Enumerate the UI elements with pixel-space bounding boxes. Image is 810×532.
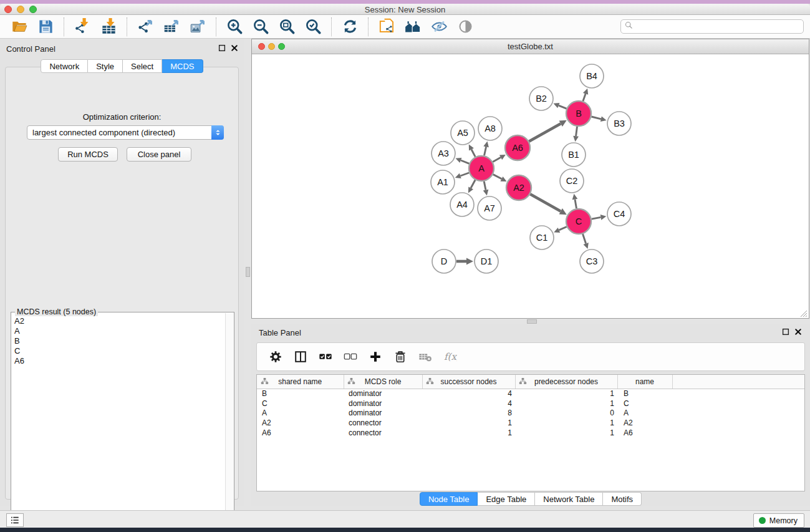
tab-motifs[interactable]: Motifs xyxy=(603,492,642,506)
node-A3[interactable]: A3 xyxy=(432,142,455,165)
close-panel-button[interactable]: Close panel xyxy=(127,147,191,162)
node-A4[interactable]: A4 xyxy=(450,193,474,216)
close-panel-icon[interactable] xyxy=(230,44,239,52)
tab-node-table[interactable]: Node Table xyxy=(420,492,478,506)
run-mcds-button[interactable]: Run MCDS xyxy=(58,147,118,162)
cell-shared-name[interactable]: B xyxy=(257,389,344,399)
cell-MCDS-role[interactable]: dominator xyxy=(344,389,422,399)
clone-network-icon[interactable] xyxy=(377,17,396,36)
cell-MCDS-role[interactable]: connector xyxy=(344,428,422,438)
select-all-checkboxes-icon[interactable] xyxy=(318,349,333,364)
node-B1[interactable]: B1 xyxy=(562,143,586,167)
node-A5[interactable]: A5 xyxy=(451,121,475,145)
node-D1[interactable]: D1 xyxy=(475,249,498,273)
cell-shared-name[interactable]: A xyxy=(257,408,344,418)
node-B2[interactable]: B2 xyxy=(529,87,553,110)
cell-name[interactable]: B xyxy=(617,389,672,399)
node-A[interactable]: A xyxy=(469,156,494,181)
memory-button[interactable]: Memory xyxy=(753,513,804,528)
folder-open-icon[interactable] xyxy=(10,17,29,36)
optimization-criterion-select[interactable]: largest connected component (directed) xyxy=(27,125,224,140)
zoom-fit-icon[interactable] xyxy=(277,17,296,36)
mcds-result-item[interactable]: A6 xyxy=(12,356,224,366)
column-header-MCDS-role[interactable]: MCDS role xyxy=(344,375,422,389)
network-canvas[interactable]: AA1A2A3A4A5A6A7A8BB1B2B3B4CC1C2C3C4DD1 xyxy=(253,55,808,317)
export-image-icon[interactable] xyxy=(188,17,207,36)
tab-network[interactable]: Network xyxy=(41,59,88,73)
cell-shared-name[interactable]: A6 xyxy=(257,428,344,438)
mcds-result-item[interactable]: B xyxy=(12,336,224,346)
zoom-in-icon[interactable] xyxy=(225,17,244,36)
mcds-result-item[interactable]: C xyxy=(12,346,224,356)
node-B[interactable]: B xyxy=(566,101,591,126)
cell-predecessor-nodes[interactable]: 1 xyxy=(515,389,617,399)
node-B4[interactable]: B4 xyxy=(580,64,604,88)
cell-shared-name[interactable]: A2 xyxy=(257,418,344,428)
cell-MCDS-role[interactable]: dominator xyxy=(344,408,422,418)
node-A8[interactable]: A8 xyxy=(478,117,502,140)
cell-name[interactable]: A6 xyxy=(617,428,672,438)
table-row-A6[interactable]: A6connector11A6 xyxy=(257,428,804,438)
split-columns-icon[interactable] xyxy=(293,349,308,364)
node-A2[interactable]: A2 xyxy=(506,175,531,200)
close-panel-icon[interactable] xyxy=(794,327,803,336)
cell-MCDS-role[interactable]: dominator xyxy=(344,399,422,409)
cell-shared-name[interactable]: C xyxy=(257,399,344,409)
export-network-icon[interactable] xyxy=(136,17,155,36)
float-panel-icon[interactable] xyxy=(218,44,226,52)
cell-predecessor-nodes[interactable]: 1 xyxy=(515,418,617,428)
import-table-icon[interactable] xyxy=(99,17,118,36)
node-A7[interactable]: A7 xyxy=(478,196,501,220)
cell-successor-nodes[interactable]: 4 xyxy=(422,389,515,399)
vertical-splitter-handle[interactable] xyxy=(246,267,250,277)
column-header-successor-nodes[interactable]: successor nodes xyxy=(422,375,515,389)
cell-successor-nodes[interactable]: 1 xyxy=(422,418,515,428)
float-panel-icon[interactable] xyxy=(781,327,790,336)
task-history-button[interactable] xyxy=(6,513,24,527)
cell-predecessor-nodes[interactable]: 0 xyxy=(515,408,617,418)
contrast-eye-icon[interactable] xyxy=(456,17,475,36)
cell-name[interactable]: A xyxy=(617,408,672,418)
cell-successor-nodes[interactable]: 4 xyxy=(422,399,515,409)
node-C1[interactable]: C1 xyxy=(530,226,554,249)
node-A6[interactable]: A6 xyxy=(505,135,530,160)
search-input[interactable] xyxy=(634,21,803,32)
result-scrollbar[interactable] xyxy=(225,313,233,523)
node-C2[interactable]: C2 xyxy=(560,169,584,193)
export-table-icon[interactable] xyxy=(162,17,181,36)
column-header-name[interactable]: name xyxy=(617,375,672,389)
delete-column-icon[interactable] xyxy=(393,349,408,364)
tab-edge-table[interactable]: Edge Table xyxy=(478,492,535,506)
tab-network-table[interactable]: Network Table xyxy=(535,492,603,506)
cell-name[interactable]: C xyxy=(617,399,672,409)
import-network-icon[interactable] xyxy=(73,17,92,36)
window-resize-grip[interactable] xyxy=(799,309,808,317)
cell-successor-nodes[interactable]: 8 xyxy=(422,408,515,418)
mcds-result-item[interactable]: A2 xyxy=(12,316,224,326)
node-C3[interactable]: C3 xyxy=(580,249,604,273)
add-column-icon[interactable] xyxy=(368,349,383,364)
zoom-out-icon[interactable] xyxy=(251,17,270,36)
table-row-B[interactable]: Bdominator41B xyxy=(257,389,804,399)
mcds-result-item[interactable]: A xyxy=(12,326,224,336)
table-row-C[interactable]: Cdominator41C xyxy=(257,399,804,409)
tab-style[interactable]: Style xyxy=(88,59,123,73)
home-neighbors-icon[interactable] xyxy=(403,17,422,36)
cell-successor-nodes[interactable]: 1 xyxy=(422,428,515,438)
node-A1[interactable]: A1 xyxy=(431,170,455,194)
deselect-all-checkboxes-icon[interactable] xyxy=(343,349,358,364)
node-B3[interactable]: B3 xyxy=(607,112,631,135)
horizontal-splitter-handle[interactable] xyxy=(527,319,537,324)
column-header-shared-name[interactable]: shared name xyxy=(257,375,344,389)
table-row-A[interactable]: Adominator80A xyxy=(257,408,804,418)
cell-predecessor-nodes[interactable]: 1 xyxy=(515,428,617,438)
search-field[interactable] xyxy=(620,19,804,34)
refresh-layout-icon[interactable] xyxy=(340,17,359,36)
hide-eye-icon[interactable] xyxy=(430,17,448,36)
table-row-A2[interactable]: A2connector11A2 xyxy=(257,418,804,428)
column-header-predecessor-nodes[interactable]: predecessor nodes xyxy=(515,375,617,389)
zoom-selected-icon[interactable] xyxy=(304,17,322,36)
floppy-save-icon[interactable] xyxy=(36,17,55,36)
node-C[interactable]: C xyxy=(566,209,591,234)
node-D[interactable]: D xyxy=(432,249,456,273)
